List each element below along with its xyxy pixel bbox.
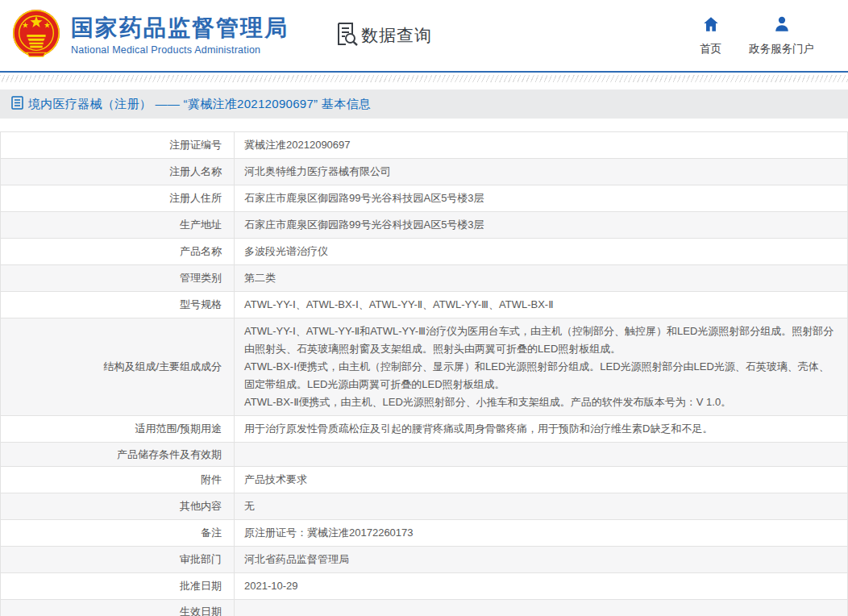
row-label: 审批部门	[1, 547, 235, 572]
info-table: 注册证编号 冀械注准20212090697 注册人名称 河北奥特维力医疗器械有限…	[0, 131, 848, 616]
nav-portal[interactable]: 政务服务门户	[749, 15, 814, 56]
home-icon	[702, 15, 720, 36]
nav-portal-label: 政务服务门户	[749, 42, 814, 56]
nav-home-label: 首页	[700, 42, 721, 56]
row-label: 注册人住所	[1, 185, 235, 211]
row-label: 注册人名称	[1, 159, 235, 185]
row-label: 注册证编号	[1, 132, 235, 158]
header-nav: 首页 政务服务门户	[700, 15, 837, 56]
row-value: 产品技术要求	[235, 467, 847, 493]
row-label: 适用范围/预期用途	[1, 416, 235, 442]
row-value: 石家庄市鹿泉区御园路99号光谷科技园A区5号楼3层	[235, 185, 847, 211]
row-value: 2021-10-29	[235, 573, 847, 599]
row-value: ATWL-YY-Ⅰ、ATWL-YY-Ⅱ和ATWL-YY-Ⅲ治疗仪为医用台车式，由…	[235, 318, 847, 415]
table-row: 生效日期	[1, 599, 847, 616]
row-label: 其他内容	[1, 493, 235, 519]
row-label: 管理类别	[1, 265, 235, 291]
document-search-icon	[335, 22, 358, 49]
table-row: 型号规格 ATWL-YY-Ⅰ、ATWL-BX-Ⅰ、ATWL-YY-Ⅱ、ATWL-…	[1, 291, 847, 318]
hatched-divider	[0, 75, 848, 82]
table-row: 注册证编号 冀械注准20212090697	[1, 131, 847, 158]
person-icon	[773, 15, 791, 36]
table-row: 注册人住所 石家庄市鹿泉区御园路99号光谷科技园A区5号楼3层	[1, 185, 847, 211]
row-value	[235, 600, 847, 616]
row-label: 批准日期	[1, 573, 235, 599]
row-value: 用于治疗原发性骨质疏松症及引起的腰背疼痛或周身骨骼疼痛，用于预防和治疗维生素D缺…	[235, 416, 847, 442]
row-label: 备注	[1, 520, 235, 546]
table-row: 其他内容 无	[1, 493, 847, 519]
row-value: 河北奥特维力医疗器械有限公司	[235, 159, 847, 185]
table-row: 管理类别 第二类	[1, 264, 847, 291]
breadcrumb-text: 境内医疗器械（注册） —— “冀械注准20212090697” 基本信息	[28, 97, 371, 112]
row-label: 产品储存条件及有效期	[1, 443, 235, 466]
row-label: 结构及组成/主要组成成分	[1, 318, 235, 415]
row-value: 石家庄市鹿泉区御园路99号光谷科技园A区5号楼3层	[235, 212, 847, 238]
row-label: 附件	[1, 467, 235, 493]
table-row: 批准日期 2021-10-29	[1, 572, 847, 599]
row-label: 生效日期	[1, 600, 235, 616]
table-row: 产品储存条件及有效期	[1, 442, 847, 466]
site-header: 国家药品监督管理局 National Medical Products Admi…	[0, 0, 848, 73]
row-value: 无	[235, 493, 847, 519]
row-label: 生产地址	[1, 212, 235, 238]
org-name-en: National Medical Products Administration	[71, 44, 289, 56]
document-list-icon	[11, 96, 23, 113]
data-query-label: 数据查询	[361, 24, 432, 47]
table-row: 备注 原注册证号：冀械注准20172260173	[1, 519, 847, 546]
table-row: 结构及组成/主要组成成分 ATWL-YY-Ⅰ、ATWL-YY-Ⅱ和ATWL-YY…	[1, 318, 847, 415]
row-value: ATWL-YY-Ⅰ、ATWL-BX-Ⅰ、ATWL-YY-Ⅱ、ATWL-YY-Ⅲ、…	[235, 292, 847, 318]
nav-home[interactable]: 首页	[700, 15, 721, 56]
breadcrumb: 境内医疗器械（注册） —— “冀械注准20212090697” 基本信息	[0, 89, 848, 119]
row-value: 原注册证号：冀械注准20172260173	[235, 520, 847, 546]
table-row: 产品名称 多波段光谱治疗仪	[1, 238, 847, 264]
table-row: 审批部门 河北省药品监督管理局	[1, 546, 847, 572]
table-row: 生产地址 石家庄市鹿泉区御园路99号光谷科技园A区5号楼3层	[1, 211, 847, 238]
row-label: 产品名称	[1, 239, 235, 264]
table-row: 注册人名称 河北奥特维力医疗器械有限公司	[1, 158, 847, 185]
data-query-nav[interactable]: 数据查询	[335, 22, 432, 49]
brand-text: 国家药品监督管理局 National Medical Products Admi…	[71, 15, 289, 55]
org-name-zh: 国家药品监督管理局	[71, 15, 289, 41]
row-value: 河北省药品监督管理局	[235, 547, 847, 572]
row-value: 多波段光谱治疗仪	[235, 239, 847, 264]
table-row: 适用范围/预期用途 用于治疗原发性骨质疏松症及引起的腰背疼痛或周身骨骼疼痛，用于…	[1, 415, 847, 442]
row-value: 冀械注准20212090697	[235, 132, 847, 158]
brand-block: 国家药品监督管理局 National Medical Products Admi…	[11, 9, 289, 62]
row-label: 型号规格	[1, 292, 235, 318]
row-value: 第二类	[235, 265, 847, 291]
table-row: 附件 产品技术要求	[1, 466, 847, 493]
row-value	[235, 443, 847, 466]
national-emblem-icon	[11, 9, 61, 62]
